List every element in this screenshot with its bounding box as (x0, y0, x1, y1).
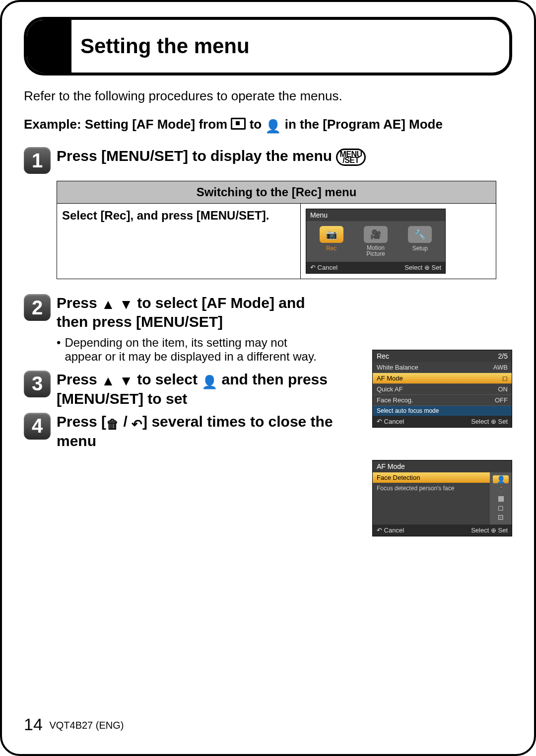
intro-text: Refer to the following procedures to ope… (24, 88, 512, 104)
trash-icon: 🗑 (106, 417, 119, 432)
select-set-label: Select ⊕ Set (404, 264, 441, 271)
up-arrow-icon: ▲ (101, 373, 115, 388)
up-arrow-icon: ▲ (101, 297, 115, 312)
switch-screenshot: Menu 📷 Rec 🎥 Motion Picture 🔧 Setup (301, 204, 496, 279)
section-title: Setting the menu (24, 17, 512, 76)
face-detect-icon: 👤 (201, 375, 217, 389)
menu-set-icon: MENU/SET (336, 149, 365, 166)
tile-motion-picture: 🎥 Motion Picture (358, 226, 393, 257)
square-icon (231, 118, 246, 130)
cancel-label: ↶ Cancel (377, 418, 404, 425)
screen3-desc: Focus detected person's face (373, 483, 490, 494)
screen2-hint: Select auto focus mode (373, 406, 512, 416)
page-number: 14 (24, 715, 43, 734)
face-detect-icon: 👤 (265, 119, 281, 134)
camera-menu-screen-1: Menu 📷 Rec 🎥 Motion Picture 🔧 Setup (306, 209, 446, 274)
switch-header: Switching to the [Rec] menu (57, 181, 496, 204)
camera-menu-screen-2: Rec 2/5 White BalanceAWB AF Mode◻ Quick … (372, 350, 512, 428)
cancel-label: ↶ Cancel (310, 264, 337, 271)
af-option-1area-icon: ◻ (490, 504, 512, 512)
af-option-multi-icon: ▦ (490, 494, 512, 502)
af-option-spot-icon: ⊡ (490, 513, 512, 521)
step-4-heading: Press [🗑 / ↶] several times to close the… (57, 413, 335, 450)
row-quick-af: Quick AFON (373, 384, 512, 395)
section-title-text: Setting the menu (71, 20, 250, 73)
switch-rec-table: Switching to the [Rec] menu Select [Rec]… (57, 181, 496, 279)
camera-icon: 📷 (320, 226, 343, 243)
camera-menu-screen-3: AF Mode Face Detection Focus detected pe… (372, 460, 512, 536)
video-icon: 🎥 (364, 226, 388, 243)
step-2: 2 Press ▲ ▼ to select [AF Mode] and then… (24, 294, 512, 331)
step-number-4: 4 (24, 413, 51, 440)
tile-setup: 🔧 Setup (402, 226, 437, 257)
af-option-tracking-icon: 🕴 (490, 485, 512, 493)
example-text: Example: Setting [AF Mode] from to 👤 in … (24, 117, 512, 134)
screen1-title: Menu (310, 211, 328, 219)
cancel-label: ↶ Cancel (377, 527, 404, 534)
page-footer: 14 VQT4B27 (ENG) (24, 715, 124, 734)
step-number-1: 1 (24, 147, 51, 174)
row-face-recog: Face Recog.OFF (373, 395, 512, 406)
wrench-icon: 🔧 (408, 226, 432, 243)
row-face-detection: Face Detection (373, 472, 490, 483)
step-number-2: 2 (24, 294, 51, 321)
row-white-balance: White BalanceAWB (373, 362, 512, 373)
step-number-3: 3 (24, 371, 51, 397)
step-1: 1 Press [MENU/SET] to display the menu M… (24, 147, 512, 174)
switch-instruction: Select [Rec], and press [MENU/SET]. (57, 204, 301, 279)
step-2-note: •Depending on the item, its setting may … (57, 336, 325, 364)
return-icon: ↶ (132, 417, 142, 432)
select-set-label: Select ⊕ Set (471, 418, 508, 425)
down-arrow-icon: ▼ (119, 373, 133, 388)
select-set-label: Select ⊕ Set (471, 527, 508, 534)
af-option-face-icon: 👤 (493, 475, 509, 483)
tile-rec: 📷 Rec (314, 226, 349, 257)
screen3-title: AF Mode (377, 462, 405, 470)
down-arrow-icon: ▼ (119, 297, 133, 312)
row-af-mode: AF Mode◻ (373, 373, 512, 384)
step-2-heading: Press ▲ ▼ to select [AF Mode] and then p… (57, 294, 335, 331)
doc-code: VQT4B27 (ENG) (49, 720, 124, 731)
screen2-page: 2/5 (498, 352, 508, 360)
screen2-title: Rec (377, 352, 389, 360)
step-1-heading: Press [MENU/SET] to display the menu MEN… (57, 147, 366, 166)
step-3-heading: Press ▲ ▼ to select 👤 and then press [ME… (57, 371, 335, 408)
